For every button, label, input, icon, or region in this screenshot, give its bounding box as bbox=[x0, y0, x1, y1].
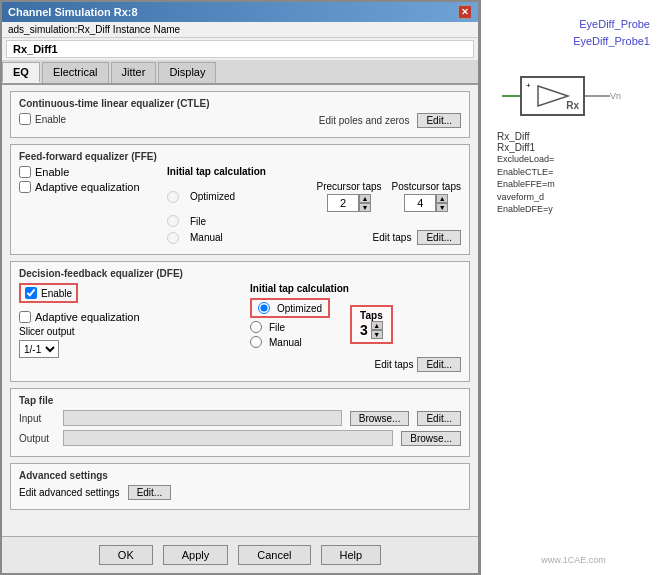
ctle-enable-label: Enable bbox=[35, 114, 66, 125]
schematic-panel: EyeDiff_Probe EyeDiff_Probe1 + Rx Vn Rx_… bbox=[480, 0, 666, 575]
ffe-optimized-label: Optimized bbox=[190, 191, 235, 202]
precursor-up[interactable]: ▲ bbox=[359, 194, 371, 203]
tap-output-label: Output bbox=[19, 433, 59, 444]
ffe-adaptive-checkbox[interactable] bbox=[19, 181, 31, 193]
ffe-right: Initial tap calculation Optimized Precur… bbox=[167, 166, 461, 248]
main-window: Channel Simulation Rx:8 ✕ ads_simulation… bbox=[0, 0, 480, 575]
dfe-tap-calc-label: Initial tap calculation bbox=[250, 283, 461, 294]
dfe-manual-label: Manual bbox=[269, 337, 302, 348]
dfe-edit-button[interactable]: Edit... bbox=[417, 357, 461, 372]
help-button[interactable]: Help bbox=[321, 545, 382, 565]
postcursor-spinner[interactable]: ▲ ▼ bbox=[436, 194, 448, 212]
tap-file-section: Tap file Input Browse... Edit... Output … bbox=[10, 388, 470, 457]
probe2-label: EyeDiff_Probe1 bbox=[573, 33, 650, 50]
precursor-down[interactable]: ▼ bbox=[359, 203, 371, 212]
ctle-edit-button[interactable]: Edit... bbox=[417, 113, 461, 128]
postcursor-input[interactable]: 4 bbox=[404, 194, 436, 212]
watermark-text: www.1CAE.com bbox=[491, 555, 656, 565]
advanced-section: Advanced settings Edit advanced settings… bbox=[10, 463, 470, 510]
postcursor-down[interactable]: ▼ bbox=[436, 203, 448, 212]
ffe-radio-manual[interactable] bbox=[167, 232, 179, 244]
window-title: Channel Simulation Rx:8 bbox=[8, 6, 138, 18]
instance-label: ads_simulation:Rx_Diff Instance Name bbox=[2, 22, 478, 38]
watermark: www.1CAE.com bbox=[487, 551, 660, 569]
dfe-enable-box: Enable bbox=[19, 283, 78, 303]
postcursor-up[interactable]: ▲ bbox=[436, 194, 448, 203]
ffe-manual-label: Manual bbox=[190, 232, 223, 243]
tab-jitter[interactable]: Jitter bbox=[111, 62, 157, 83]
advanced-edit-label: Edit advanced settings bbox=[19, 487, 120, 498]
ffe-edit-button[interactable]: Edit... bbox=[417, 230, 461, 245]
dfe-taps-spinner[interactable]: ▲ ▼ bbox=[371, 321, 383, 339]
dfe-taps-up[interactable]: ▲ bbox=[371, 321, 383, 330]
tab-eq[interactable]: EQ bbox=[2, 62, 40, 83]
ffe-file-label: File bbox=[190, 216, 206, 227]
ctle-enable-checkbox-row: Enable bbox=[19, 113, 66, 125]
footer-buttons: OK Apply Cancel Help bbox=[2, 536, 478, 573]
tap-input-row: Input Browse... Edit... bbox=[19, 410, 461, 426]
tab-electrical[interactable]: Electrical bbox=[42, 62, 109, 83]
tap-output-field[interactable] bbox=[63, 430, 393, 446]
ctle-enable-checkbox[interactable] bbox=[19, 113, 31, 125]
tap-input-field[interactable] bbox=[63, 410, 342, 426]
tap-input-browse-btn[interactable]: Browse... bbox=[350, 411, 410, 426]
ffe-enable-label: Enable bbox=[35, 166, 69, 178]
tab-bar: EQ Electrical Jitter Display bbox=[2, 60, 478, 85]
input-wire bbox=[502, 95, 520, 97]
ffe-adaptive-label: Adaptive equalization bbox=[35, 181, 140, 193]
advanced-edit-button[interactable]: Edit... bbox=[128, 485, 172, 500]
apply-button[interactable]: Apply bbox=[163, 545, 229, 565]
ctle-enable-row: Enable Edit poles and zeros Edit... bbox=[19, 113, 461, 128]
dfe-label: Decision-feedback equalizer (DFE) bbox=[19, 268, 461, 279]
tap-input-label: Input bbox=[19, 413, 59, 424]
dfe-taps-down[interactable]: ▼ bbox=[371, 330, 383, 339]
tap-output-browse-btn[interactable]: Browse... bbox=[401, 431, 461, 446]
ffe-adaptive-row: Adaptive equalization bbox=[19, 181, 159, 193]
advanced-label: Advanced settings bbox=[19, 470, 461, 481]
dfe-radio-manual[interactable] bbox=[250, 336, 262, 348]
dfe-adaptive-label: Adaptive equalization bbox=[35, 311, 140, 323]
svg-marker-0 bbox=[538, 86, 568, 106]
dfe-enable-checkbox[interactable] bbox=[25, 287, 37, 299]
dfe-adaptive-checkbox[interactable] bbox=[19, 311, 31, 323]
dfe-edit-taps-label: Edit taps bbox=[375, 359, 414, 370]
precursor-label: Precursor taps bbox=[316, 181, 381, 192]
ffe-radio-optimized-row: Optimized Precursor taps 2 ▲ ▼ bbox=[167, 181, 461, 212]
dfe-radio-manual-row: Manual bbox=[250, 336, 330, 348]
rx-container: + Rx Vn bbox=[502, 76, 621, 116]
dfe-tap-calc-row: Optimized File Manual bbox=[250, 298, 461, 351]
dfe-file-label: File bbox=[269, 322, 285, 333]
ctle-edit-poles-label: Edit poles and zeros bbox=[319, 115, 410, 126]
dfe-radio-col: Optimized File Manual bbox=[250, 298, 330, 351]
ffe-enable-checkbox[interactable] bbox=[19, 166, 31, 178]
dfe-taps-label: Taps bbox=[360, 310, 383, 321]
rx-label: Rx bbox=[566, 100, 579, 111]
postcursor-label: Postcursor taps bbox=[392, 181, 461, 192]
dfe-slicer-select[interactable]: 1/-1 bbox=[19, 340, 59, 358]
dfe-taps-box: Taps 3 ▲ ▼ bbox=[350, 305, 393, 344]
dfe-slicer-row: Slicer output bbox=[19, 326, 230, 337]
precursor-input[interactable]: 2 bbox=[327, 194, 359, 212]
rx-symbol: + Rx bbox=[520, 76, 585, 116]
ctle-section: Continuous-time linear equalizer (CTLE) … bbox=[10, 91, 470, 138]
dfe-radio-optimized[interactable] bbox=[258, 302, 270, 314]
dfe-left: Enable Adaptive equalization Slicer outp… bbox=[19, 283, 230, 358]
probe-labels: EyeDiff_Probe EyeDiff_Probe1 bbox=[573, 16, 650, 49]
ffe-radio-file[interactable] bbox=[167, 215, 179, 227]
dfe-optimized-container: Optimized bbox=[250, 298, 330, 318]
output-wire bbox=[585, 95, 610, 97]
schematic-area: EyeDiff_Probe EyeDiff_Probe1 + Rx Vn Rx_… bbox=[487, 6, 660, 551]
dfe-radio-file[interactable] bbox=[250, 321, 262, 333]
cancel-button[interactable]: Cancel bbox=[238, 545, 310, 565]
dfe-taps-value: 3 bbox=[360, 322, 368, 338]
close-button[interactable]: ✕ bbox=[458, 5, 472, 19]
ok-button[interactable]: OK bbox=[99, 545, 153, 565]
dfe-slicer-dropdown-row: 1/-1 bbox=[19, 340, 230, 358]
dfe-right-col: Initial tap calculation Optimized bbox=[250, 283, 461, 375]
dfe-radio-file-row: File bbox=[250, 321, 330, 333]
tap-input-edit-btn[interactable]: Edit... bbox=[417, 411, 461, 426]
dfe-taps-container: Taps 3 ▲ ▼ bbox=[350, 305, 393, 344]
tab-display[interactable]: Display bbox=[158, 62, 216, 83]
ffe-radio-optimized[interactable] bbox=[167, 191, 179, 203]
precursor-spinner[interactable]: ▲ ▼ bbox=[359, 194, 371, 212]
